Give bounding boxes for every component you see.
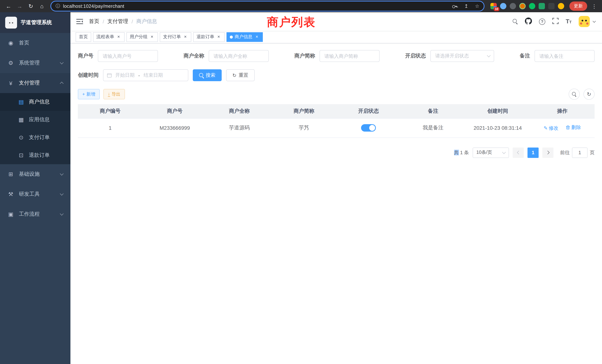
page-size-select[interactable]: 10条/页 [473, 147, 509, 158]
workflow-icon: ▣ [7, 211, 14, 218]
pagination-total: 共 1 条 [454, 149, 469, 156]
top-navbar: 首页 / 支付管理 / 商户信息 商户列表 ? TT [70, 12, 602, 31]
table-header-row: 商户编号 商户号 商户全称 商户简称 开启状态 备注 创建时间 操作 [78, 104, 595, 118]
chevron-down-icon [60, 172, 64, 175]
browser-home-icon[interactable]: ⌂ [37, 1, 47, 11]
sidebar-logo[interactable]: 芋道管理系统 [0, 12, 70, 33]
delete-button[interactable]: 删除 [566, 124, 581, 131]
col-merchant-id: 商户编号 [78, 104, 142, 118]
remark-label: 备注 [520, 53, 535, 59]
github-icon[interactable] [525, 17, 532, 26]
tab-home[interactable]: 首页 [76, 32, 91, 42]
full-name-input[interactable] [209, 50, 269, 62]
sidebar-item-home[interactable]: ◉ 首页 [0, 33, 70, 53]
browser-forward-icon[interactable]: → [15, 1, 24, 11]
browser-reload-icon[interactable]: ↻ [26, 1, 36, 11]
order-icon: ⊙ [18, 134, 24, 141]
date-range-picker[interactable]: 开始日期 - 结束日期 [103, 69, 188, 81]
search-button[interactable]: 搜索 [193, 69, 222, 81]
browser-update-button[interactable]: 更新 [569, 1, 587, 11]
avatar-caret-icon[interactable] [593, 20, 596, 23]
col-remark: 备注 [401, 104, 466, 118]
status-label: 开启状态 [405, 53, 430, 59]
short-name-label: 商户简称 [294, 53, 320, 59]
sidebar-item-dev-tools[interactable]: ⚒ 研发工具 [0, 184, 70, 204]
tab-pay-order[interactable]: 支付订单 × [160, 32, 191, 42]
sidebar-item-refund-order[interactable]: ⊡ 退款订单 [0, 146, 70, 164]
next-page-button[interactable] [542, 147, 553, 158]
sidebar-item-merchant-info[interactable]: ▤ 商户信息 [0, 93, 70, 111]
fullscreen-icon[interactable] [552, 18, 559, 25]
close-icon[interactable]: × [254, 34, 259, 40]
merchant-no-input[interactable] [98, 50, 158, 62]
user-avatar[interactable] [579, 16, 590, 27]
browser-menu-icon[interactable]: ⋮ [590, 3, 598, 9]
breadcrumb-home[interactable]: 首页 [89, 18, 99, 25]
table-toolbar: + 新增 ↓ 导出 ↻ [78, 89, 595, 100]
table-row: 1 M233666999 芋道源码 芋艿 我是备注 2021-10-23 08:… [78, 118, 595, 138]
status-toggle[interactable] [361, 124, 376, 132]
prev-page-button[interactable] [513, 147, 524, 158]
extension-icon[interactable]: 10 [490, 3, 497, 9]
close-icon[interactable]: × [183, 34, 188, 40]
page-1-button[interactable]: 1 [527, 147, 539, 158]
status-select[interactable]: 请选择开启状态 [430, 50, 494, 62]
edit-icon: ✎ [544, 126, 548, 131]
share-icon[interactable]: ↥ [464, 3, 468, 9]
extension-badge: 10 [494, 7, 499, 11]
chevron-right-icon [546, 151, 549, 154]
export-button[interactable]: ↓ 导出 [103, 89, 125, 99]
chevron-down-icon [60, 61, 64, 64]
extension-icon[interactable] [529, 3, 535, 9]
sidebar-item-app-info[interactable]: ▦ 应用信息 [0, 111, 70, 129]
bookmark-star-icon[interactable]: ☆ [475, 3, 479, 9]
sidebar-item-payment[interactable]: ¥ 支付管理 [0, 73, 70, 93]
tab-refund-order[interactable]: 退款订单 × [193, 32, 225, 42]
extension-icon[interactable] [519, 3, 526, 9]
close-icon[interactable]: × [116, 34, 121, 40]
browser-back-icon[interactable]: ← [4, 1, 13, 11]
refresh-table-button[interactable]: ↻ [583, 89, 595, 100]
tab-merchant-info[interactable]: 商户信息 × [226, 32, 263, 42]
sidebar-item-infrastructure[interactable]: ⊞ 基础设施 [0, 164, 70, 184]
site-info-icon[interactable]: ⓘ [56, 3, 60, 9]
hamburger-icon[interactable] [70, 12, 89, 31]
edit-button[interactable]: ✎ 修改 [544, 125, 559, 132]
help-icon[interactable]: ? [539, 18, 545, 25]
close-icon[interactable]: × [216, 34, 221, 40]
close-icon[interactable]: × [149, 34, 155, 40]
date-separator: - [138, 73, 140, 78]
gear-icon: ⚙ [7, 60, 14, 66]
reset-button[interactable]: ↻ 重置 [226, 69, 255, 81]
remark-input[interactable] [535, 50, 595, 62]
pagination-jumper: 前往 页 [560, 147, 595, 158]
profile-avatar-icon[interactable] [558, 3, 564, 9]
extension-icon[interactable] [548, 3, 555, 9]
chevron-left-icon [517, 151, 520, 154]
font-size-icon[interactable]: TT [566, 19, 572, 24]
extension-icon[interactable] [510, 3, 516, 9]
goto-page-input[interactable] [572, 147, 588, 158]
cell-create-time: 2021-10-23 08:31:14 [465, 118, 530, 138]
extension-icon[interactable] [500, 3, 506, 9]
breadcrumb-payment[interactable]: 支付管理 [108, 18, 128, 25]
address-bar[interactable]: ⓘ localhost:1024/pay/merchant ↥ ☆ [51, 1, 484, 11]
sidebar-item-workflow[interactable]: ▣ 工作流程 [0, 204, 70, 224]
toggle-search-button[interactable] [569, 89, 580, 100]
short-name-input[interactable] [320, 50, 380, 62]
extension-icon[interactable] [539, 3, 545, 9]
tab-user-group[interactable]: 用户分组 × [126, 32, 158, 42]
search-icon[interactable] [513, 19, 518, 24]
add-button[interactable]: + 新增 [78, 89, 100, 99]
password-key-icon[interactable] [452, 3, 458, 9]
sidebar-item-pay-order[interactable]: ⊙ 支付订单 [0, 129, 70, 146]
merchant-table: 商户编号 商户号 商户全称 商户简称 开启状态 备注 创建时间 操作 1 [78, 104, 595, 138]
cell-status [336, 118, 401, 138]
tab-process-form[interactable]: 流程表单 × [93, 32, 125, 42]
create-time-label: 创建时间 [78, 72, 103, 79]
sidebar-item-system[interactable]: ⚙ 系统管理 [0, 53, 70, 73]
payment-submenu: ▤ 商户信息 ▦ 应用信息 ⊙ 支付订单 ⊡ 退款订单 [0, 93, 70, 164]
col-create-time: 创建时间 [465, 104, 530, 118]
tags-view-bar: 首页 流程表单 × 用户分组 × 支付订单 × 退款订单 × [70, 31, 602, 43]
refund-icon: ⊡ [18, 152, 24, 159]
